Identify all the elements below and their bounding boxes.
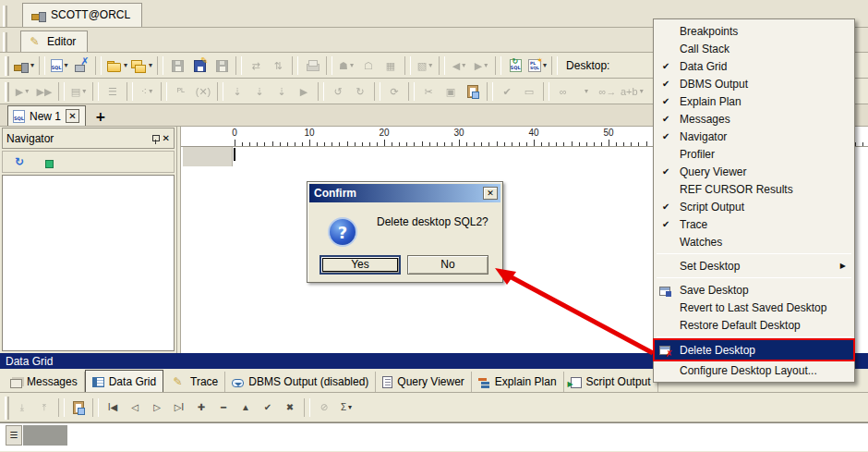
menu-item-breakpoints[interactable]: Breakpoints [655, 22, 853, 40]
connect-button[interactable]: ▾ [12, 55, 35, 76]
data-grid-area[interactable]: ☰ [0, 422, 868, 451]
refresh-schema-button[interactable]: ⟳ [384, 81, 404, 102]
dropdown-arrow-icon[interactable]: ▾ [350, 61, 354, 69]
open-file-button[interactable]: ▾ [105, 55, 128, 76]
close-tab-button[interactable]: ✕ [66, 109, 79, 123]
menu-item-trace[interactable]: ✔Trace [655, 215, 853, 233]
import-data-button[interactable]: ⤓ [12, 397, 32, 418]
export-dataset-button[interactable] [68, 397, 89, 418]
dropdown-arrow-icon[interactable]: ▾ [25, 87, 29, 95]
record-delete-button[interactable]: ━ [213, 397, 234, 418]
menu-item-configure-desktop-layout[interactable]: Configure Desktop Layout... [655, 361, 853, 379]
reload-file-button[interactable]: ⇄ [246, 55, 266, 76]
rollback-button[interactable]: ↻ [350, 81, 370, 102]
windows-list-button[interactable]: ▧▾ [415, 55, 435, 76]
navigator-close-button[interactable]: ✕ [163, 133, 170, 143]
save-button[interactable] [167, 55, 187, 76]
menu-item-data-grid[interactable]: ✔Data Grid [655, 57, 853, 75]
navigate-back-button[interactable]: ◀▾ [449, 55, 469, 76]
describe-button[interactable]: ☗▾ [336, 55, 356, 76]
record-next-button[interactable]: ▷ [147, 397, 167, 418]
menu-item-ref-cursor-results[interactable]: REF CURSOR Results [655, 180, 853, 198]
toolbar-grip[interactable] [5, 397, 9, 420]
dropdown-arrow-icon[interactable]: ▾ [30, 61, 34, 69]
refresh-navigator-button[interactable] [9, 152, 30, 172]
document-tab-new1[interactable]: New 1 ✕ [7, 105, 86, 126]
aggregate-sigma-button[interactable]: Σ▾ [336, 397, 356, 418]
dropdown-arrow-icon[interactable]: ▾ [543, 61, 547, 69]
dropdown-arrow-icon[interactable]: ▾ [484, 61, 488, 69]
bottom-tab-trace[interactable]: Trace [163, 372, 225, 392]
menu-item-navigator[interactable]: ✔Navigator [655, 128, 853, 145]
record-prev-button[interactable]: ◁ [125, 397, 145, 418]
bottom-tab-messages[interactable]: Messages [4, 372, 85, 392]
menu-item-save-desktop[interactable]: Save Desktop [655, 281, 853, 299]
paste-button[interactable] [463, 81, 483, 102]
check-syntax-button[interactable]: (✕) [193, 81, 213, 102]
menu-item-explain-plan[interactable]: ✔Explain Plan [655, 92, 853, 110]
open-recent-files-button[interactable]: ▾ [130, 55, 153, 76]
menu-item-dbms-output[interactable]: ✔DBMS Output [655, 75, 853, 92]
record-cancel-button[interactable]: ✖ [280, 397, 300, 418]
menu-item-watches[interactable]: Watches [655, 233, 853, 250]
menu-item-set-desktop[interactable]: Set Desktop▶ [655, 257, 853, 275]
compare-files-button[interactable]: ⇅ [268, 55, 288, 76]
to-do-button[interactable]: ✔ [497, 81, 517, 102]
explain-plan-button[interactable]: ☰ [102, 81, 123, 102]
bottom-tab-dbms-output-disabled[interactable]: DBMS Output (disabled) [225, 372, 376, 392]
tab-editor[interactable]: Editor [20, 31, 88, 52]
menu-item-script-output[interactable]: ✔Script Output [655, 198, 853, 215]
new-plsql-object-button[interactable]: ▾ [527, 55, 548, 76]
replace-button[interactable]: a+b▾ [620, 81, 645, 102]
yes-button[interactable]: Yes [319, 255, 401, 275]
commit-button[interactable]: ↺ [328, 81, 348, 102]
navigator-status-button[interactable] [39, 152, 59, 172]
dropdown-arrow-icon[interactable]: ▾ [462, 61, 465, 69]
toolbar-grip[interactable] [3, 32, 7, 52]
dropdown-arrow-icon[interactable]: ▾ [585, 87, 588, 95]
debug-toggle-button[interactable]: ⇣ [271, 81, 292, 102]
menu-item-delete-desktop[interactable]: Delete Desktop [655, 340, 853, 360]
bottom-tab-script-output[interactable]: Script Output [564, 372, 658, 392]
save-all-button[interactable] [211, 55, 232, 76]
execute-statement-button[interactable]: ▶▾ [12, 81, 32, 102]
find-button[interactable]: ∞ [553, 81, 573, 102]
analyze-button[interactable]: ☖ [358, 55, 379, 76]
pin-icon[interactable] [151, 134, 159, 143]
dropdown-arrow-icon[interactable]: ▾ [82, 87, 86, 95]
find-dropdown-button[interactable]: ▾ [575, 81, 596, 102]
execute-as-script-button[interactable]: ▶▶ [34, 81, 54, 102]
copy-button[interactable]: ▣ [440, 81, 461, 102]
new-document-tab-button[interactable]: + [95, 107, 106, 126]
menu-item-restore-default-desktop[interactable]: Restore Default Desktop [655, 316, 853, 334]
menu-item-messages[interactable]: ✔Messages [655, 110, 853, 128]
record-insert-button[interactable]: ✚ [191, 397, 211, 418]
dropdown-arrow-icon[interactable]: ▾ [149, 61, 152, 69]
toolbar-grip[interactable] [3, 6, 7, 27]
menu-item-call-stack[interactable]: Call Stack [655, 40, 853, 57]
save-as-button[interactable] [189, 55, 210, 76]
bottom-tab-query-viewer[interactable]: Query Viewer [376, 372, 471, 392]
bottom-tab-data-grid[interactable]: Data Grid [85, 370, 163, 392]
print-button[interactable] [302, 55, 322, 76]
no-button[interactable]: No [407, 255, 488, 275]
record-first-button[interactable]: Ⅰ◀ [102, 397, 123, 418]
duplicate-button[interactable]: ▭ [519, 81, 539, 102]
database-button[interactable]: ▦ [380, 55, 401, 76]
toolbar-grip[interactable] [5, 82, 9, 103]
menu-item-profiler[interactable]: Profiler [655, 145, 853, 163]
bottom-tab-explain-plan[interactable]: Explain Plan [472, 372, 564, 392]
navigator-tree-area[interactable] [2, 175, 175, 351]
filter-data-button[interactable]: ⊘ [314, 397, 334, 418]
export-data-button[interactable]: ⤒ [34, 397, 54, 418]
cut-button[interactable]: ✂ [418, 81, 439, 102]
profiler-toggle-button[interactable]: ⇣ [249, 81, 270, 102]
auto-optimize-button[interactable]: ⁖▾ [137, 81, 157, 102]
toolbar-grip[interactable] [5, 56, 9, 77]
dropdown-arrow-icon[interactable]: ▾ [149, 87, 152, 95]
menu-item-query-viewer[interactable]: ✔Query Viewer [655, 163, 853, 180]
dropdown-arrow-icon[interactable]: ▾ [640, 87, 644, 95]
record-edit-button[interactable]: ▲ [235, 397, 256, 418]
connection-tab[interactable]: SCOTT@ORCL [22, 3, 142, 27]
set-code-analysis-button[interactable]: ⇣ [227, 81, 247, 102]
